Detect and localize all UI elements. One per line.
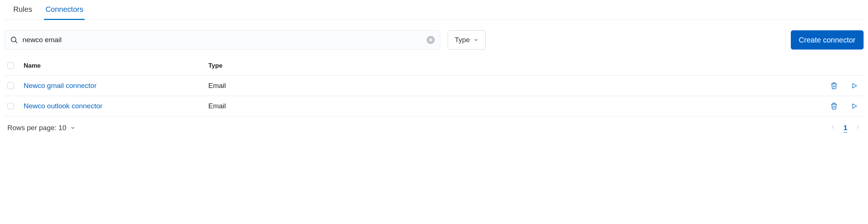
toolbar: Type Create connector <box>4 20 864 56</box>
type-filter-label: Type <box>455 36 470 44</box>
delete-button[interactable] <box>830 102 838 110</box>
chevron-right-icon <box>855 124 861 130</box>
page-number[interactable]: 1 <box>843 124 847 132</box>
connector-name-link[interactable]: Newco gmail connector <box>24 82 96 89</box>
trash-icon <box>830 102 838 110</box>
table-footer: Rows per page: 10 1 <box>4 116 864 139</box>
pagination: 1 <box>830 124 861 132</box>
delete-button[interactable] <box>830 82 838 89</box>
tab-connectors[interactable]: Connectors <box>44 0 85 20</box>
column-header-name[interactable]: Name <box>24 62 208 69</box>
search-input[interactable] <box>23 36 422 44</box>
play-icon <box>851 103 858 109</box>
run-button[interactable] <box>851 102 858 110</box>
tabs: Rules Connectors <box>4 0 864 20</box>
chevron-down-icon <box>474 37 479 43</box>
search-field[interactable] <box>4 30 440 50</box>
run-button[interactable] <box>851 82 858 89</box>
svg-point-0 <box>11 37 16 42</box>
chevron-down-icon <box>70 125 75 130</box>
table-row: Newco gmail connector Email <box>4 76 864 96</box>
column-header-type[interactable]: Type <box>208 62 816 69</box>
row-checkbox[interactable] <box>7 103 14 109</box>
trash-icon <box>830 82 838 89</box>
table-row: Newco outlook connector Email <box>4 96 864 116</box>
svg-marker-5 <box>853 104 857 108</box>
play-icon <box>851 82 858 89</box>
select-all-checkbox[interactable] <box>7 62 14 69</box>
type-filter[interactable]: Type <box>448 30 486 50</box>
connector-type: Email <box>208 102 816 110</box>
rows-per-page-label: Rows per page: 10 <box>7 124 66 132</box>
clear-search-button[interactable] <box>427 36 435 44</box>
row-checkbox[interactable] <box>7 82 14 89</box>
prev-page-button[interactable] <box>830 124 836 132</box>
rows-per-page-selector[interactable]: Rows per page: 10 <box>7 124 75 132</box>
chevron-left-icon <box>830 124 836 130</box>
connector-type: Email <box>208 82 816 90</box>
next-page-button[interactable] <box>855 124 861 132</box>
table-header: Name Type <box>4 56 864 76</box>
create-connector-button[interactable]: Create connector <box>791 30 864 50</box>
tab-rules[interactable]: Rules <box>12 0 34 20</box>
connector-name-link[interactable]: Newco outlook connector <box>24 102 102 110</box>
connectors-table: Name Type Newco gmail connector Email Ne… <box>4 56 864 116</box>
svg-marker-4 <box>853 84 857 88</box>
svg-line-1 <box>16 41 17 43</box>
close-icon <box>429 38 433 42</box>
search-icon <box>10 36 18 44</box>
